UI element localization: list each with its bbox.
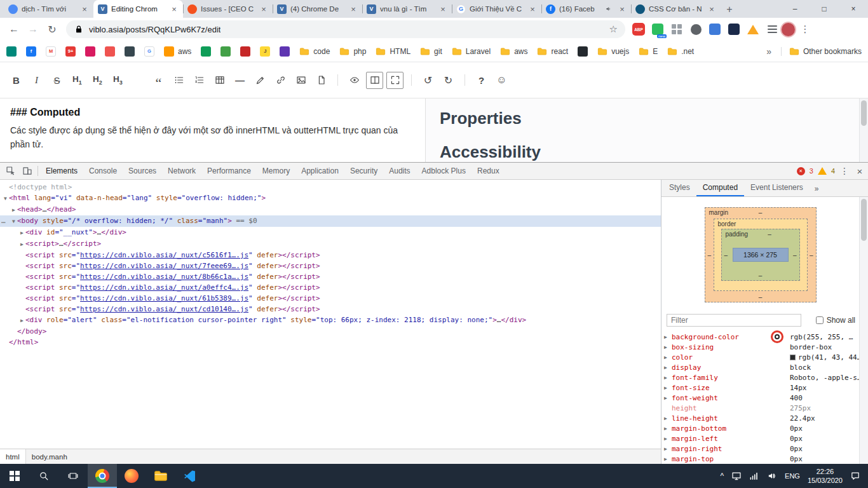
address-bar[interactable]: viblo.asia/posts/RQqKLPw6K7z/edit ☆ xyxy=(66,20,625,38)
computed-property-row[interactable]: ▶font-weight400 xyxy=(661,393,859,403)
tree-expand-arrow[interactable]: ▶ xyxy=(18,227,25,238)
bookmark-item[interactable]: G xyxy=(144,46,154,57)
extension-icon-2[interactable] xyxy=(670,22,684,36)
maximize-button[interactable]: □ xyxy=(810,0,839,18)
devtools-tab-security[interactable]: Security xyxy=(344,163,383,179)
devtools-tab-memory[interactable]: Memory xyxy=(257,163,295,179)
browser-tab[interactable]: Issues - [CEO C× xyxy=(183,0,273,18)
dom-tree-node[interactable]: </body> xyxy=(0,326,661,337)
computed-property-row[interactable]: ▶font-size14px xyxy=(661,383,859,393)
highlighter-icon[interactable] xyxy=(252,72,269,89)
close-button[interactable]: × xyxy=(839,0,868,18)
dom-tree-node[interactable]: <script src="https://cdn.viblo.asia/_nux… xyxy=(0,304,661,315)
dom-tree-node[interactable]: ▶<div id="__nuxt">…</div> xyxy=(0,227,661,238)
bold-icon[interactable]: B xyxy=(8,72,25,89)
profile-avatar[interactable] xyxy=(780,22,796,37)
extension-icon-1[interactable]: new xyxy=(651,22,665,36)
extension-icon-3[interactable] xyxy=(689,22,703,36)
bookmark-folder[interactable]: react xyxy=(537,47,568,56)
horizontal-rule-icon[interactable]: — xyxy=(231,72,248,89)
devtools-tab-performance[interactable]: Performance xyxy=(201,163,257,179)
bookmark-item[interactable] xyxy=(578,46,588,57)
tab-close-icon[interactable]: × xyxy=(438,4,447,14)
bookmark-item[interactable] xyxy=(125,46,135,57)
tray-expand-chevron[interactable]: ^ xyxy=(720,471,724,480)
tab-close-icon[interactable]: × xyxy=(707,4,716,14)
heading2-icon[interactable]: H2 xyxy=(89,72,106,89)
preview-scrollbar[interactable] xyxy=(859,98,868,162)
tree-expand-arrow[interactable]: ▶ xyxy=(18,315,25,326)
heading3-icon[interactable]: H3 xyxy=(109,72,126,89)
breadcrumb-item[interactable]: body.manh xyxy=(26,449,73,464)
computed-property-row[interactable]: ▶displayblock xyxy=(661,362,859,372)
strikethrough-icon[interactable]: S xyxy=(48,72,65,89)
dom-tree-node[interactable]: <script src="https://cdn.viblo.asia/_nux… xyxy=(0,250,661,261)
tree-expand-arrow[interactable]: ▼ xyxy=(2,193,9,204)
bookmark-item[interactable] xyxy=(105,46,115,57)
display-icon[interactable] xyxy=(731,471,742,481)
devtools-tab-network[interactable]: Network xyxy=(162,163,201,179)
computed-property-row[interactable]: ▶margin-left0px xyxy=(661,433,859,444)
show-all-toggle[interactable]: Show all xyxy=(816,316,855,325)
tree-expand-arrow[interactable]: ▼ xyxy=(10,216,17,227)
forward-button[interactable]: → xyxy=(24,20,42,38)
browser-tab[interactable]: f(16) Faceb× xyxy=(541,0,631,18)
bookmark-item[interactable] xyxy=(240,46,250,57)
browser-tab[interactable]: V(4) Chrome De× xyxy=(273,0,362,18)
dom-tree-node[interactable]: <!doctype html> xyxy=(0,182,661,193)
heading1-icon[interactable]: H1 xyxy=(69,72,86,89)
sidebar-more-tabs-chevron[interactable]: » xyxy=(811,181,823,196)
devtools-tab-sources[interactable]: Sources xyxy=(123,163,162,179)
code-icon[interactable] xyxy=(130,72,147,89)
breadcrumb-item[interactable]: html xyxy=(0,449,26,464)
box-model-diagram[interactable]: margin – – – – border padding – – – xyxy=(705,207,817,302)
other-bookmarks[interactable]: Other bookmarks xyxy=(781,47,862,56)
italic-icon[interactable]: I xyxy=(28,72,45,89)
new-tab-button[interactable]: + xyxy=(721,1,738,18)
computed-property-row[interactable]: ▶margin-top0px xyxy=(661,454,859,464)
adblock-icon[interactable]: ABP xyxy=(632,22,646,36)
bookmark-item[interactable]: aws xyxy=(164,46,191,57)
ordered-list-icon[interactable] xyxy=(191,72,208,89)
browser-tab[interactable]: GGiới Thiệu Về C× xyxy=(452,0,541,18)
table-icon[interactable] xyxy=(211,72,228,89)
task-view-button[interactable] xyxy=(58,464,88,488)
tree-expand-arrow[interactable]: ▶ xyxy=(18,239,25,250)
bookmark-item[interactable] xyxy=(201,46,211,57)
extension-icon-7[interactable] xyxy=(765,22,779,36)
bookmark-folder[interactable]: git xyxy=(420,47,442,56)
computed-property-row[interactable]: ▶margin-right0px xyxy=(661,444,859,454)
action-center-icon[interactable] xyxy=(850,471,860,481)
browser-tab[interactable]: CSS Cơ bản - N× xyxy=(631,0,721,18)
script-src-link[interactable]: https://cdn.viblo.asia/_nuxt/8b66c1a….js xyxy=(80,273,248,281)
browser-tab[interactable]: Vvnu là gì - Tìm× xyxy=(362,0,452,18)
dom-tree-node[interactable]: ▼<html lang="vi" data-n-head="lang" styl… xyxy=(0,193,661,204)
computed-property-row[interactable]: ▶colorrgb(41, 43, 44… xyxy=(661,352,859,362)
sidebar-tab-event-listeners[interactable]: Event Listeners xyxy=(744,180,810,196)
dom-tree-node[interactable]: …▼<body style="/* overflow: hidden; */" … xyxy=(0,215,661,227)
sidebar-tab-computed[interactable]: Computed xyxy=(696,180,744,196)
browser-menu-icon[interactable]: ⋮ xyxy=(797,24,813,35)
tab-close-icon[interactable]: × xyxy=(170,4,179,14)
browser-tab[interactable]: dịch - Tìm với× xyxy=(4,0,93,18)
extension-icon-5[interactable] xyxy=(727,22,741,36)
script-src-link[interactable]: https://cdn.viblo.asia/_nuxt/61b5389….js xyxy=(80,294,248,302)
warning-icon[interactable] xyxy=(818,167,827,175)
preview-eye-icon[interactable] xyxy=(346,72,363,89)
tab-audio-icon[interactable] xyxy=(605,5,612,12)
tree-expand-arrow[interactable]: ▶ xyxy=(10,205,17,215)
bookmark-folder[interactable]: HTML xyxy=(376,47,410,56)
sidebar-scrollbar[interactable] xyxy=(859,197,868,464)
volume-icon[interactable] xyxy=(767,471,777,481)
sidebar-tab-styles[interactable]: Styles xyxy=(663,180,696,196)
bookmark-item[interactable]: 9+ xyxy=(65,46,76,57)
computed-property-row[interactable]: ▶background-colorrgb(255, 255, … xyxy=(661,332,859,342)
quote-icon[interactable]: “ xyxy=(150,72,167,89)
bookmark-folder[interactable]: code xyxy=(299,47,330,56)
help-icon[interactable]: ? xyxy=(473,72,490,89)
bookmark-item[interactable]: M xyxy=(46,46,56,57)
computed-property-row[interactable]: height275px xyxy=(661,403,859,413)
show-all-checkbox[interactable] xyxy=(816,316,824,324)
bookmark-item[interactable]: J xyxy=(260,46,270,57)
devtools-tab-audits[interactable]: Audits xyxy=(383,163,416,179)
